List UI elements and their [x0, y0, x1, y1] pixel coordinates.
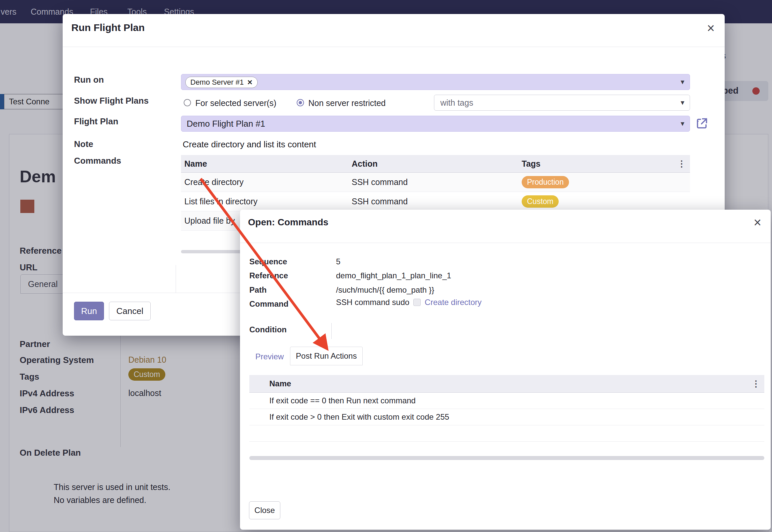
- post-run-actions-table: Name ⋮ If exit code == 0 then Run next c…: [249, 375, 764, 442]
- column-options-icon[interactable]: ⋮: [677, 159, 686, 169]
- show-flight-plans-label: Show Flight Plans: [74, 96, 149, 106]
- table-header-row: Name Action Tags ⋮: [181, 155, 690, 173]
- run-on-field[interactable]: Demo Server #1 ✕ ▾: [181, 74, 690, 90]
- cancel-button[interactable]: Cancel: [109, 302, 151, 320]
- table-row-empty: [249, 425, 764, 442]
- condition-label: Condition: [249, 325, 287, 334]
- table-header-row: Name ⋮: [249, 375, 764, 393]
- command-label: Command: [249, 299, 288, 309]
- table-row[interactable]: If exit code == 0 then Run next command: [249, 393, 764, 409]
- run-on-label: Run on: [74, 75, 104, 85]
- open-commands-modal: Open: Commands × Sequence 5 Reference de…: [240, 210, 771, 530]
- tab-preview[interactable]: Preview: [255, 352, 284, 361]
- path-value: /such/much/{{ demo_path }}: [336, 285, 434, 295]
- label-column-divider: [176, 265, 176, 293]
- commands-label: Commands: [74, 156, 121, 166]
- row-name: List files in directory: [181, 197, 352, 206]
- run-button[interactable]: Run: [74, 302, 104, 320]
- screen: vers Commands Files Tools Settings Test …: [0, 0, 772, 532]
- flight-plan-value: Demo Flight Plan #1: [187, 119, 265, 129]
- command-checkbox[interactable]: [413, 299, 421, 306]
- path-label: Path: [249, 285, 267, 295]
- external-link-icon[interactable]: [696, 117, 708, 129]
- command-value: SSH command sudo: [336, 298, 409, 307]
- with-tags-placeholder: with tags: [440, 98, 473, 108]
- sequence-value: 5: [336, 257, 340, 266]
- commands-modal-close-icon[interactable]: ×: [754, 216, 761, 229]
- chevron-down-icon[interactable]: ▾: [681, 78, 684, 86]
- with-tags-dropdown[interactable]: with tags ▾: [434, 95, 690, 111]
- table-row[interactable]: Create directory SSH command Production: [181, 173, 690, 192]
- chevron-down-icon[interactable]: ▾: [681, 98, 684, 107]
- radio-for-selected-servers[interactable]: [184, 99, 191, 106]
- server-chip-label: Demo Server #1: [190, 78, 244, 87]
- col-header-action[interactable]: Action: [352, 159, 522, 169]
- row-name: Create directory: [181, 177, 352, 187]
- tab-post-run-actions[interactable]: Post Run Actions: [290, 347, 363, 365]
- radio-non-server-restricted[interactable]: [297, 99, 304, 106]
- close-button[interactable]: Close: [249, 501, 280, 519]
- condition-divider: [331, 323, 332, 339]
- run-modal-close-icon[interactable]: ×: [707, 21, 715, 35]
- flight-plan-select[interactable]: Demo Flight Plan #1 ▾: [181, 116, 690, 132]
- horizontal-scrollbar[interactable]: [249, 456, 764, 460]
- row-name: If exit code == 0 then Run next command: [265, 396, 764, 405]
- run-modal-title: Run Flight Plan: [71, 22, 145, 33]
- create-directory-link[interactable]: Create directory: [425, 298, 482, 307]
- column-options-icon[interactable]: ⋮: [752, 379, 760, 389]
- flight-plan-label: Flight Plan: [74, 116, 118, 127]
- col-header-name[interactable]: Name: [181, 159, 352, 169]
- tag-badge-custom: Custom: [522, 195, 559, 208]
- row-action: SSH command: [352, 177, 522, 187]
- col-header-name[interactable]: Name: [265, 379, 764, 388]
- commands-modal-title: Open: Commands: [248, 217, 328, 228]
- server-chip[interactable]: Demo Server #1 ✕: [185, 77, 258, 88]
- header-divider: [63, 47, 725, 47]
- col-header-tags[interactable]: Tags: [522, 159, 690, 169]
- chevron-down-icon[interactable]: ▾: [681, 119, 684, 128]
- header-divider: [240, 243, 771, 243]
- row-name: If exit code > 0 then Exit with custom e…: [265, 412, 764, 422]
- reference-value: demo_flight_plan_1_plan_line_1: [336, 271, 451, 280]
- table-row[interactable]: If exit code > 0 then Exit with custom e…: [249, 409, 764, 425]
- flight-plan-caption: Create directory and list its content: [183, 139, 316, 150]
- chip-remove-icon[interactable]: ✕: [247, 78, 253, 86]
- row-action: SSH command: [352, 197, 522, 206]
- table-row[interactable]: List files in directory SSH command Cust…: [181, 192, 690, 211]
- tag-badge-production: Production: [522, 176, 569, 188]
- command-value-row: SSH command sudo Create directory: [336, 298, 482, 307]
- note-label: Note: [74, 139, 93, 149]
- radio-non-server-restricted-label: Non server restricted: [308, 98, 386, 108]
- sequence-label: Sequence: [249, 257, 287, 266]
- reference-label: Reference: [249, 271, 288, 280]
- radio-for-selected-servers-label: For selected server(s): [195, 98, 276, 108]
